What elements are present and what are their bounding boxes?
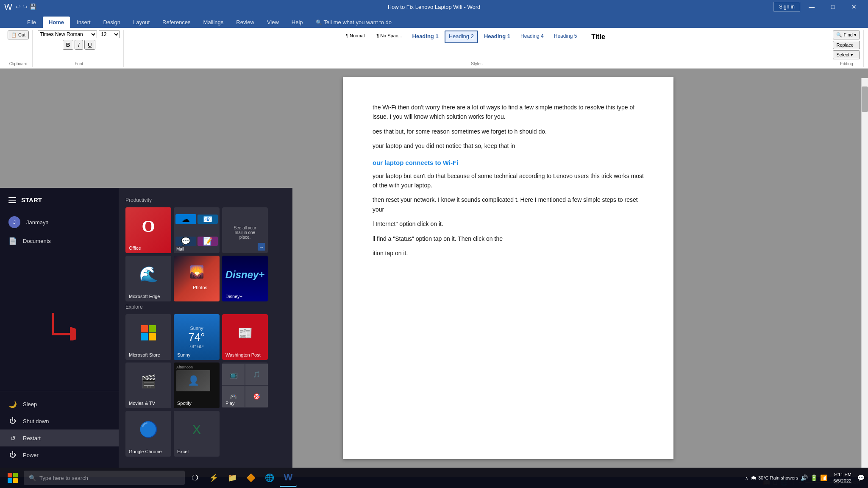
tile-spotify[interactable]: Afternoon 👤 Spotify <box>174 363 220 408</box>
close-button[interactable]: ✕ <box>844 0 864 14</box>
file-explorer-icon[interactable]: 📁 <box>224 468 241 487</box>
tile-play[interactable]: 📺 🎵 🎮 🎯 Play <box>222 363 268 408</box>
style-heading2[interactable]: Heading 2 <box>445 31 478 43</box>
battery-icon[interactable]: 📶 <box>820 474 827 481</box>
taskbar-search[interactable]: 🔍 Type here to search <box>24 471 185 485</box>
tab-layout[interactable]: Layout <box>127 17 156 28</box>
weather-tray-icon: 🌧 <box>751 474 757 481</box>
replace-button[interactable]: Replace <box>833 41 860 49</box>
style-heading5[interactable]: Heading 5 <box>550 31 581 43</box>
sidebar-item-sleep[interactable]: 🌙 Sleep <box>0 396 119 413</box>
chrome-icon: 🔵 <box>139 421 158 438</box>
tab-mailings[interactable]: Mailings <box>198 17 230 28</box>
tab-file[interactable]: File <box>21 17 42 28</box>
styles-group: ¶ Normal ¶ No Spac... Heading 1 Heading … <box>340 31 613 43</box>
italic-button[interactable]: I <box>75 40 83 50</box>
tab-home[interactable]: Home <box>43 17 70 28</box>
office-icon: O <box>142 216 155 236</box>
see-all-text: See all yourmail in oneplace. <box>234 226 256 240</box>
word-taskbar-icon[interactable]: W <box>280 468 297 487</box>
hamburger-menu[interactable] <box>8 197 16 203</box>
tab-help[interactable]: Help <box>286 17 309 28</box>
explore-tiles-2: 🎬 Movies & TV Afternoon 👤 Spotify 📺 🎵 <box>125 363 286 408</box>
tab-tell-me[interactable]: 🔍 Tell me what you want to do <box>310 17 398 28</box>
tile-news[interactable]: 📰 Washington Post <box>222 314 268 360</box>
start-right-panel: Productivity O Office ☁ 📧 💬 📝 Mail See a… <box>119 188 292 468</box>
system-tray: ∧ 🌧 30°C Rain showers 🔊 🔋 📶 9:11 PM 6/5/… <box>745 471 865 485</box>
tile-photos[interactable]: 🌄 Photos <box>174 256 220 301</box>
volume-icon[interactable]: 🔋 <box>810 474 818 481</box>
tab-references[interactable]: References <box>156 17 196 28</box>
edge-icon: 🌊 <box>139 265 158 283</box>
documents-icon: 📄 <box>8 237 17 245</box>
underline-button[interactable]: U <box>84 40 95 50</box>
tab-insert[interactable]: Insert <box>71 17 97 28</box>
onedrive-subtile: ☁ <box>175 214 196 224</box>
skype-subtile: 💬 <box>175 237 196 246</box>
scroll-thumb[interactable] <box>862 86 868 112</box>
clock[interactable]: 9:11 PM 6/5/2022 <box>830 471 855 485</box>
minimize-button[interactable]: — <box>802 0 821 14</box>
style-heading4[interactable]: Heading 4 <box>516 31 548 43</box>
productivity-tiles: O Office ☁ 📧 💬 📝 Mail See all yourmail i… <box>125 207 286 253</box>
tile-see-all-mail[interactable]: See all yourmail in oneplace. → <box>222 207 268 253</box>
bold-button[interactable]: B <box>63 40 74 50</box>
vertical-scrollbar[interactable] <box>861 78 868 468</box>
start-menu: START J Janmaya 📄 Documents 🌙 Sleep ⏻ Sh… <box>0 188 292 468</box>
style-heading1-b[interactable]: Heading 1 <box>480 31 515 43</box>
tile-mail[interactable]: ☁ 📧 💬 📝 Mail <box>174 207 220 253</box>
tile-excel[interactable]: X Excel <box>174 411 220 457</box>
productivity-label: Productivity <box>125 197 286 203</box>
font-family-select[interactable]: Times New Roman <box>38 31 97 38</box>
search-icon: 🔍 <box>29 474 36 481</box>
tile-office[interactable]: O Office <box>125 207 171 253</box>
doc-para-4: your laptop but can't do that because of… <box>373 171 644 190</box>
document-page: the Wi-Fi then don't worry there are a l… <box>343 77 673 459</box>
clock-date: 6/5/2022 <box>833 478 851 484</box>
disney-label: Disney+ <box>225 294 242 299</box>
sidebar-item-shutdown[interactable]: ⏻ Shut down <box>0 413 119 429</box>
tile-weather[interactable]: Sunny 74° 78° 60° Sunny <box>174 314 220 360</box>
font-size-select[interactable]: 12 <box>99 31 120 38</box>
style-title[interactable]: Title <box>583 31 613 43</box>
style-normal[interactable]: ¶ Normal <box>340 31 370 43</box>
find-button[interactable]: 🔍 Find ▾ <box>833 31 860 39</box>
doc-para-5: then reset your network. I know it sound… <box>373 195 644 214</box>
editing-label: Editing <box>840 61 853 66</box>
mail-arrow: → <box>258 243 265 251</box>
tile-edge[interactable]: 🌊 Microsoft Edge <box>125 256 171 301</box>
sidebar-item-user[interactable]: J Janmaya <box>0 212 119 232</box>
start-button[interactable] <box>3 468 22 487</box>
word-icon: W <box>4 2 12 12</box>
sidebar-item-documents[interactable]: 📄 Documents <box>0 232 119 249</box>
tab-design[interactable]: Design <box>97 17 126 28</box>
tile-chrome[interactable]: 🔵 Google Chrome <box>125 411 171 457</box>
sidebar-item-restart[interactable]: ↺ Restart <box>0 429 119 446</box>
doc-para-7: ll find a "Status" option tap on it. The… <box>373 234 644 243</box>
title-bar: W ↩ ↪ 💾 How to Fix Lenovo Laptop Wifi - … <box>0 0 868 14</box>
tile-movies[interactable]: 🎬 Movies & TV <box>125 363 171 408</box>
doc-para-6: l Internet" option click on it. <box>373 219 644 229</box>
weather-temp: 74° <box>188 331 205 344</box>
network-icon[interactable]: 🔊 <box>801 474 808 481</box>
vlc-icon[interactable]: 🔶 <box>242 468 259 487</box>
sidebar-item-power[interactable]: ⏻ Power <box>0 446 119 463</box>
task-view-icon[interactable]: ❍ <box>186 468 203 487</box>
select-button[interactable]: Select ▾ <box>833 50 860 59</box>
browser-icon[interactable]: 🌐 <box>261 468 278 487</box>
tab-view[interactable]: View <box>261 17 285 28</box>
shutdown-label: Shut down <box>23 418 49 424</box>
tray-expand-button[interactable]: ∧ <box>745 476 748 480</box>
style-heading1-a[interactable]: Heading 1 <box>408 31 443 43</box>
notification-icon[interactable]: 💬 <box>857 474 865 481</box>
widgets-icon[interactable]: ⚡ <box>205 468 222 487</box>
tile-disney[interactable]: Disney+ Disney+ <box>222 256 268 301</box>
paste-button[interactable]: 📋 Cut <box>8 31 29 39</box>
maximize-button[interactable]: □ <box>823 0 843 14</box>
onenote-subtile: 📝 <box>198 237 218 246</box>
tile-msstore[interactable]: Microsoft Store <box>125 314 171 360</box>
style-no-space[interactable]: ¶ No Spac... <box>372 31 406 43</box>
tab-review[interactable]: Review <box>230 17 260 28</box>
ribbon-tabs: File Home Insert Design Layout Reference… <box>0 14 868 28</box>
sign-in-button[interactable]: Sign in <box>773 2 800 12</box>
